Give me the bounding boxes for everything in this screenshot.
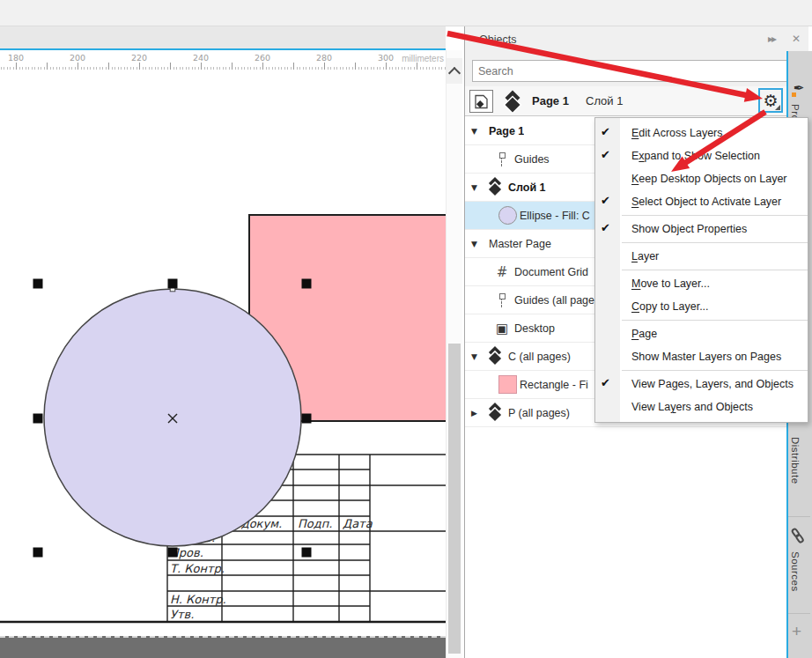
link-icon bbox=[787, 524, 810, 548]
collapse-arrow-icon[interactable]: ▼ bbox=[471, 127, 486, 136]
tree-row-label: Ellipse - Fill: C bbox=[520, 210, 590, 222]
collapse-arrow-icon[interactable]: ▼ bbox=[471, 240, 486, 248]
check-icon: ✔ bbox=[601, 148, 618, 161]
menu-item-label: View Layers and Objects bbox=[631, 401, 753, 413]
menu-item-copy-to-layer[interactable]: Copy to Layer... bbox=[595, 295, 808, 318]
application-window: 180200220240260280300 millimeters bbox=[0, 0, 812, 658]
stack-icon bbox=[486, 348, 506, 366]
menu-separator bbox=[622, 242, 808, 243]
tree-row-label: Guides (all page bbox=[514, 294, 594, 307]
scrollbar-thumb[interactable] bbox=[448, 344, 461, 654]
add-tab-button[interactable]: + bbox=[792, 622, 801, 641]
menu-separator bbox=[622, 270, 808, 270]
sources-tab-icon bbox=[791, 527, 807, 550]
menu-item-view-layers-and-objects[interactable]: View Layers and Objects bbox=[595, 396, 808, 418]
check-icon: ✔ bbox=[601, 194, 618, 207]
menu-separator bbox=[622, 320, 808, 321]
layer-breadcrumb-bar: Page 1 Слой 1 ⚙ bbox=[465, 86, 812, 116]
layer-manager-icon bbox=[473, 93, 490, 110]
tree-row-label: Master Page bbox=[489, 238, 551, 250]
menu-separator bbox=[622, 370, 808, 371]
chevron-up-icon bbox=[448, 66, 461, 78]
search-row bbox=[465, 55, 812, 86]
objects-docker: Objects ▸▸ ✕ Page 1 Слой 1 ⚙ ▼Page 1Guid… bbox=[465, 26, 812, 658]
menu-item-label: Layer bbox=[631, 250, 659, 262]
menu-item-label: Select Object to Activate Layer bbox=[631, 196, 781, 208]
menu-item-keep-desktop-objects-on-layer[interactable]: Keep Desktop Objects on Layer bbox=[595, 167, 808, 190]
page-shadow-bar bbox=[0, 636, 446, 658]
docker-title: Objects bbox=[479, 33, 516, 46]
menu-item-page[interactable]: Page bbox=[595, 322, 808, 345]
tree-row-label: Слой 1 bbox=[508, 181, 546, 194]
ruler-ticks bbox=[0, 62, 446, 70]
stack-icon bbox=[486, 179, 506, 196]
desktop-icon: ▣ bbox=[492, 320, 512, 337]
collapse-arrow-icon[interactable]: ▼ bbox=[471, 352, 486, 361]
secondary-toolbar-area bbox=[0, 26, 446, 48]
menu-item-label: Show Object Properties bbox=[631, 223, 747, 235]
collapse-docker-icon[interactable]: ▸▸ bbox=[768, 33, 775, 45]
pen-icon: ✒ bbox=[794, 80, 805, 96]
menu-item-layer[interactable]: Layer bbox=[595, 245, 808, 268]
search-input[interactable] bbox=[472, 60, 789, 82]
rectangle-preview-icon bbox=[498, 375, 517, 394]
tree-row-label: C (all pages) bbox=[508, 351, 571, 363]
properties-tab-icon: ✒ bbox=[791, 80, 807, 96]
drawing-canvas[interactable] bbox=[0, 70, 446, 658]
close-docker-icon[interactable]: ✕ bbox=[792, 33, 801, 45]
expand-arrow-icon[interactable]: ▶ bbox=[471, 409, 486, 418]
menu-item-label: Edit Across Layers bbox=[631, 127, 723, 139]
stack-icon bbox=[486, 404, 506, 422]
menu-item-move-to-layer[interactable]: Move to Layer... bbox=[595, 272, 808, 295]
check-icon: ✔ bbox=[601, 221, 618, 234]
menu-item-show-master-layers-on-pages[interactable]: Show Master Layers on Pages bbox=[595, 345, 808, 368]
guides-icon bbox=[492, 292, 512, 309]
menu-item-label: Move to Layer... bbox=[631, 277, 710, 290]
menu-item-label: Show Master Layers on Pages bbox=[631, 351, 781, 363]
layer-stack-icon bbox=[502, 92, 525, 114]
tree-row-label: Rectangle - Fi bbox=[520, 379, 588, 391]
layer-options-button[interactable]: ⚙ bbox=[758, 88, 783, 113]
dropdown-corner-icon bbox=[775, 105, 780, 110]
top-toolbar-area bbox=[0, 0, 812, 26]
menu-item-show-object-properties[interactable]: ✔Show Object Properties bbox=[595, 218, 808, 240]
ellipse-preview-icon bbox=[498, 206, 517, 225]
menu-item-label: Keep Desktop Objects on Layer bbox=[631, 173, 787, 185]
docker-header: Objects ▸▸ ✕ bbox=[465, 26, 812, 55]
breadcrumb-page[interactable]: Page 1 bbox=[532, 94, 569, 107]
menu-item-label: View Pages, Layers, and Objects bbox=[631, 378, 794, 390]
grid-icon: # bbox=[492, 263, 512, 281]
tab-divider bbox=[788, 613, 810, 614]
guides-icon bbox=[492, 151, 512, 168]
menu-separator bbox=[622, 215, 808, 216]
menu-item-label: Copy to Layer... bbox=[631, 300, 709, 313]
check-icon: ✔ bbox=[601, 125, 618, 138]
tree-row-label: Desktop bbox=[514, 322, 555, 335]
layer-manager-view-button[interactable] bbox=[469, 90, 493, 113]
menu-item-select-object-to-activate-layer[interactable]: ✔Select Object to Activate Layer bbox=[595, 190, 808, 213]
canvas-vertical-scrollbar[interactable] bbox=[446, 50, 462, 658]
menu-item-expand-to-show-selection[interactable]: ✔Expand to Show Selection bbox=[595, 144, 808, 167]
tree-row-label: Guides bbox=[514, 153, 550, 166]
breadcrumb-layer[interactable]: Слой 1 bbox=[586, 94, 623, 107]
tree-row-label: P (all pages) bbox=[508, 407, 570, 419]
check-icon: ✔ bbox=[601, 376, 618, 389]
horizontal-ruler: 180200220240260280300 millimeters bbox=[0, 50, 446, 70]
menu-item-edit-across-layers[interactable]: ✔Edit Across Layers bbox=[595, 122, 808, 144]
tab-sources[interactable]: Sources bbox=[790, 551, 801, 592]
layer-options-menu: ✔Edit Across Layers✔Expand to Show Selec… bbox=[594, 117, 808, 423]
menu-item-view-pages-layers-and-objects[interactable]: ✔View Pages, Layers, and Objects bbox=[595, 373, 808, 396]
tree-row-label: Page 1 bbox=[489, 125, 524, 137]
menu-item-label: Expand to Show Selection bbox=[631, 150, 760, 162]
collapse-arrow-icon[interactable]: ▼ bbox=[471, 183, 486, 192]
tab-divider bbox=[788, 516, 810, 517]
tree-row-label: Document Grid bbox=[514, 266, 588, 278]
menu-item-label: Page bbox=[631, 328, 657, 340]
scroll-up-button[interactable] bbox=[447, 58, 462, 84]
tab-distribute[interactable]: Distribute bbox=[790, 437, 801, 484]
